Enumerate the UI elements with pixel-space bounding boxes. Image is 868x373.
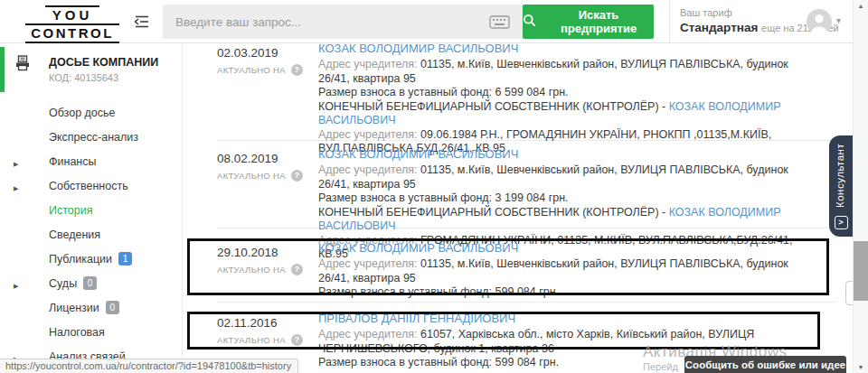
- field-label: Адрес учредителя:: [318, 58, 420, 70]
- sidebar-item-1[interactable]: Экспресс-анализ: [0, 130, 182, 154]
- consultant-tab[interactable]: Консультант >: [829, 135, 853, 237]
- sidebar-item-label: Обзор досье: [49, 107, 116, 119]
- youcontrol-app: YOU CONTROL: [0, 0, 868, 373]
- search-company-button[interactable]: Искать предприятие: [523, 5, 654, 39]
- entry-date-column: 02.03.2019АКТУАЛЬНО НА?: [183, 43, 318, 156]
- sidebar-item-0[interactable]: Обзор досье: [0, 106, 182, 130]
- entry-line: КОНЕЧНЫЙ БЕНЕФИЦИАРНЫЙ СОБСТВЕННИК (КОНТ…: [318, 206, 811, 234]
- sidebar-item-label: Сведения: [49, 228, 100, 241]
- sidebar-item-2[interactable]: ▶Финансы: [0, 154, 182, 179]
- field-label: Адрес учредителя:: [318, 163, 420, 176]
- field-label: Адрес учредителя:: [318, 328, 420, 340]
- entry-person-link[interactable]: КОЗАК ВОЛОДИМИР ВАСИЛЬОВИЧ: [318, 241, 811, 256]
- scrollbar[interactable]: ▲ ▼: [853, 0, 868, 373]
- entry-body: КОЗАК ВОЛОДИМИР ВАСИЛЬОВИЧАдрес учредите…: [318, 43, 811, 156]
- entry-line: Размер взноса в уставный фонд: 599 084 г…: [318, 285, 811, 300]
- sidebar-item-8[interactable]: Лицензии0: [0, 301, 182, 325]
- feedback-button[interactable]: Сообщить об ошибке или идее: [684, 356, 846, 373]
- sidebar-item-5[interactable]: Сведения: [0, 228, 182, 252]
- entry-line: Адрес учредителя: 01135, м.Київ, Шевченк…: [318, 58, 811, 86]
- entry-date: 29.10.2018: [217, 241, 318, 259]
- logo-line-you: YOU: [45, 5, 100, 23]
- sidebar-item-label: Экспресс-анализ: [49, 131, 138, 144]
- entry-line: Размер взноса в уставный фонд: 6 599 084…: [318, 86, 811, 100]
- actual-on-text: АКТУАЛЬНО НА: [217, 265, 286, 275]
- scroll-down-icon[interactable]: ▼: [854, 364, 868, 370]
- company-code: КОД: 40135643: [49, 72, 118, 83]
- sidebar: ДОСЬЕ КОМПАНИИ КОД: 40135643 Обзор досье…: [0, 43, 183, 373]
- field-value: КОНЕЧНЫЙ БЕНЕФИЦИАРНЫЙ СОБСТВЕННИК (КОНТ…: [318, 206, 669, 219]
- field-value: Размер взноса в уставный фонд: 6 599 084…: [318, 86, 569, 98]
- expand-caret-icon[interactable]: ▶: [14, 182, 18, 196]
- field-value: Размер взноса в уставный фонд: 599 084 г…: [318, 285, 559, 298]
- consultant-tab-label: Консультант: [835, 135, 847, 216]
- collapse-sidebar-icon[interactable]: [133, 14, 151, 29]
- user-avatar[interactable]: [807, 9, 832, 34]
- entry-line: КОНЕЧНЫЙ БЕНЕФИЦИАРНЫЙ СОБСТВЕННИК (КОНТ…: [318, 100, 811, 128]
- field-label: Адрес учредителя:: [318, 128, 420, 141]
- history-entry: 02.03.2019АКТУАЛЬНО НА?КОЗАК ВОЛОДИМИР В…: [183, 43, 853, 156]
- header-divider: [669, 0, 670, 43]
- sidebar-item-4[interactable]: История: [0, 203, 182, 228]
- actual-on-label: АКТУАЛЬНО НА?: [217, 264, 318, 275]
- expand-caret-icon[interactable]: ▶: [14, 157, 18, 172]
- sidebar-item-label: Налоговая: [49, 326, 105, 339]
- sidebar-item-label: Лицензии: [49, 302, 99, 314]
- sidebar-item-label: Суды: [49, 277, 77, 290]
- open-panel-icon: >: [835, 216, 848, 229]
- history-entry: 29.10.2018АКТУАЛЬНО НА?КОЗАК ВОЛОДИМИР В…: [183, 241, 853, 300]
- active-section-indicator: [0, 47, 5, 92]
- sidebar-menu: Обзор досьеЭкспресс-анализ▶Финансы▶Собст…: [0, 106, 182, 373]
- search-icon: [523, 14, 536, 30]
- logo-line-control: CONTROL: [25, 23, 119, 43]
- help-icon[interactable]: ?: [291, 170, 303, 182]
- field-value: КОНЕЧНЫЙ БЕНЕФИЦИАРНЫЙ СОБСТВЕННИК (КОНТ…: [318, 100, 669, 113]
- help-icon[interactable]: ?: [291, 64, 303, 76]
- count-badge: 0: [106, 301, 119, 314]
- entry-person-link[interactable]: КОЗАК ВОЛОДИМИР ВАСИЛЬОВИЧ: [318, 147, 811, 162]
- search-input[interactable]: [163, 5, 523, 39]
- field-label: Адрес учредителя:: [318, 257, 420, 270]
- entry-person-link[interactable]: КОЗАК ВОЛОДИМИР ВАСИЛЬОВИЧ: [318, 43, 811, 56]
- entry-line: Размер взноса в уставный фонд: 3 199 084…: [318, 191, 811, 206]
- sidebar-item-label: История: [49, 204, 92, 217]
- windows-activation-watermark-line2: Перейд: [643, 361, 678, 372]
- sidebar-item-9[interactable]: Налоговая: [0, 325, 182, 350]
- field-value: Размер взноса в уставный фонд: 3 199 084…: [318, 191, 569, 204]
- top-bar: YOU CONTROL: [0, 0, 868, 43]
- count-badge: 1: [118, 252, 132, 266]
- entry-person-link[interactable]: ПРІВАЛОВ ДАНІЇЛ ГЕННАДІЙОВИЧ: [318, 312, 811, 326]
- dossier-icon: [14, 55, 31, 75]
- scrollbar-thumb[interactable]: [854, 241, 868, 301]
- youcontrol-logo[interactable]: YOU CONTROL: [25, 5, 119, 43]
- actual-on-text: АКТУАЛЬНО НА: [217, 335, 286, 345]
- scroll-up-icon[interactable]: ▲: [854, 3, 868, 9]
- chevron-down-icon[interactable]: ▾: [836, 15, 841, 25]
- actual-on-label: АКТУАЛЬНО НА?: [217, 334, 318, 346]
- entry-date: 08.02.2019: [217, 147, 318, 165]
- entry-date: 02.11.2016: [217, 312, 318, 330]
- search-button-label: Искать предприятие: [543, 8, 654, 35]
- entry-line: Адрес учредителя: 01135, м.Київ, Шевченк…: [318, 257, 811, 285]
- help-icon[interactable]: ?: [291, 264, 303, 275]
- status-url: https://youcontrol.com.ua/ru/contractor/…: [0, 359, 298, 373]
- entry-date: 02.03.2019: [217, 43, 318, 60]
- help-icon[interactable]: ?: [291, 334, 303, 346]
- history-content: 02.03.2019АКТУАЛЬНО НА?КОЗАК ВОЛОДИМИР В…: [183, 43, 853, 373]
- sidebar-item-label: Финансы: [49, 155, 96, 168]
- sidebar-item-6[interactable]: Публикации1: [0, 252, 182, 276]
- entry-body: КОЗАК ВОЛОДИМИР ВАСИЛЬОВИЧАдрес учредите…: [318, 241, 811, 300]
- actual-on-text: АКТУАЛЬНО НА: [217, 171, 286, 181]
- sidebar-item-7[interactable]: ▶Суды0: [0, 276, 182, 301]
- expand-caret-icon[interactable]: ▶: [14, 279, 18, 294]
- entry-date-column: 29.10.2018АКТУАЛЬНО НА?: [183, 241, 318, 300]
- sidebar-item-label: Публикации: [49, 253, 112, 266]
- dossier-section-title[interactable]: ДОСЬЕ КОМПАНИИ: [49, 56, 158, 69]
- sidebar-item-label: Собственность: [49, 180, 128, 192]
- sidebar-item-3[interactable]: ▶Собственность: [0, 179, 182, 203]
- field-value: Размер взноса в уставный фонд: 599 084 г…: [318, 356, 559, 368]
- keyboard-icon[interactable]: [489, 15, 510, 33]
- count-badge: 0: [83, 276, 97, 290]
- actual-on-label: АКТУАЛЬНО НА?: [217, 64, 318, 76]
- entry-line: Адрес учредителя: 01135, м.Київ, Шевченк…: [318, 163, 811, 191]
